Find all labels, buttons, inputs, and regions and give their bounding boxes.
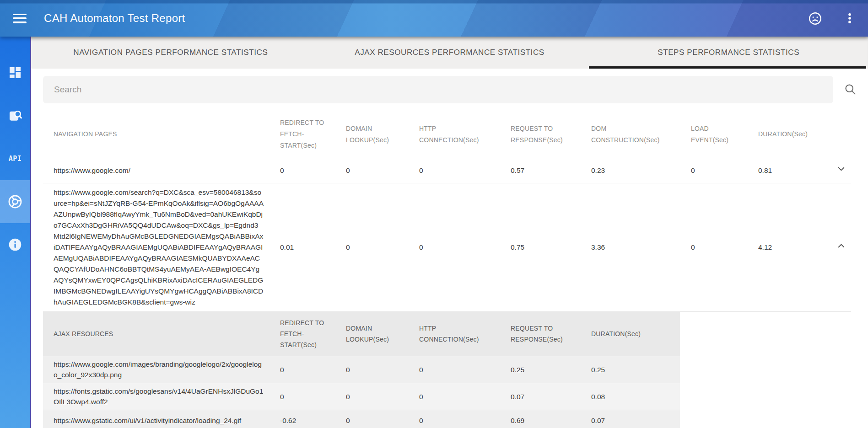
ajax-header-row: AJAX RESOURCES REDIRECT TO FETCH-START(S… — [43, 312, 680, 356]
cell-value: 0 — [409, 158, 500, 183]
cell-value: 0 — [270, 383, 335, 410]
search-section — [31, 69, 868, 111]
cell-value: 0 — [409, 183, 500, 312]
col-navigation-pages: NAVIGATION PAGES — [43, 111, 270, 158]
sidebar-item-info[interactable] — [0, 223, 30, 266]
dashboard-icon — [8, 65, 22, 80]
cell-value: 0 — [680, 158, 748, 183]
search-input[interactable] — [43, 76, 833, 103]
sad-face-icon[interactable] — [808, 11, 822, 26]
col-domain-lookup: DOMAIN LOOKUP(Sec) — [335, 111, 409, 158]
cell-value: 0.25 — [500, 356, 581, 383]
cell-value: 0 — [409, 356, 500, 383]
chevron-up-icon — [836, 241, 846, 251]
cell-value: 0 — [335, 383, 409, 410]
ajax-resources-table: AJAX RESOURCES REDIRECT TO FETCH-START(S… — [43, 312, 680, 428]
cell-value: 0.08 — [581, 383, 680, 410]
col-request-to-response: REQUEST TO RESPONSE(Sec) — [500, 111, 581, 158]
top-app-bar: CAH Automaton Test Report — [0, 0, 868, 37]
col-http-connection: HTTP CONNECTION(Sec) — [409, 312, 500, 356]
chrome-icon — [7, 194, 23, 209]
kebab-menu-icon[interactable] — [843, 12, 856, 25]
table-row: https://www.google.com/ 0 0 0 0.57 0.23 … — [43, 158, 851, 183]
cell-value: 0.75 — [500, 183, 581, 312]
cell-value: 0 — [409, 410, 500, 428]
resource-url: https://www.google.com/images/branding/g… — [43, 356, 270, 383]
page-url: https://www.google.com/search?q=DXC&sca_… — [43, 183, 270, 312]
cell-value: 0 — [409, 383, 500, 410]
sidebar: API — [0, 37, 31, 428]
cell-value: -0.62 — [270, 410, 335, 428]
col-http-connection: HTTP CONNECTION(Sec) — [409, 111, 500, 158]
cell-value: 0 — [335, 410, 409, 428]
expand-row-button[interactable] — [819, 158, 851, 183]
col-duration: DURATION(Sec) — [581, 312, 680, 356]
cell-value: 0 — [335, 183, 409, 312]
cell-value: 0 — [335, 356, 409, 383]
resource-url: https://www.gstatic.com/ui/v1/activityin… — [43, 410, 270, 428]
col-domain-lookup: DOMAIN LOOKUP(Sec) — [335, 312, 409, 356]
cell-value: 4.12 — [748, 183, 819, 312]
col-load-event: LOAD EVENT(Sec) — [680, 111, 748, 158]
cell-value: 0.57 — [500, 158, 581, 183]
sidebar-item-dashboard[interactable] — [0, 51, 30, 94]
tab-navigation-pages[interactable]: NAVIGATION PAGES PERFORMANCE STATISTICS — [31, 37, 310, 69]
info-icon — [8, 237, 22, 252]
hamburger-menu-icon[interactable] — [13, 14, 27, 23]
cell-value: 0.07 — [500, 383, 581, 410]
app-window: CAH Automaton Test Report — [0, 0, 868, 428]
cell-value: 0.07 — [581, 410, 680, 428]
navigation-pages-table: NAVIGATION PAGES REDIRECT TO FETCH-START… — [43, 111, 851, 312]
col-dom-construction: DOM CONSTRUCTION(Sec) — [581, 111, 680, 158]
cell-value: 0 — [270, 158, 335, 183]
sidebar-item-chrome[interactable] — [0, 180, 30, 223]
cell-value: 0.81 — [748, 158, 819, 183]
main-content: NAVIGATION PAGES PERFORMANCE STATISTICS … — [31, 37, 868, 428]
col-redirect-to-fetch-start: REDIRECT TO FETCH-START(Sec) — [270, 111, 335, 158]
col-redirect-to-fetch-start: REDIRECT TO FETCH-START(Sec) — [270, 312, 335, 356]
cell-value: 0 — [680, 183, 748, 312]
ajax-row: https://www.google.com/images/branding/g… — [43, 356, 680, 383]
page-url: https://www.google.com/ — [43, 158, 270, 183]
col-ajax-resources: AJAX RESOURCES — [43, 312, 270, 356]
table-row-expanded: https://www.google.com/search?q=DXC&sca_… — [43, 183, 851, 312]
cell-value: 0.23 — [581, 158, 680, 183]
cell-value: 0.01 — [270, 183, 335, 312]
cell-value: 0.69 — [500, 410, 581, 428]
cell-value: 0 — [270, 356, 335, 383]
tab-ajax-resources[interactable]: AJAX RESOURCES PERFORMANCE STATISTICS — [310, 37, 589, 69]
sidebar-item-file-search[interactable] — [0, 94, 30, 137]
cell-value: 3.36 — [581, 183, 680, 312]
table-area: NAVIGATION PAGES REDIRECT TO FETCH-START… — [31, 111, 868, 428]
table-header-row: NAVIGATION PAGES REDIRECT TO FETCH-START… — [43, 111, 851, 158]
api-icon: API — [9, 155, 22, 163]
tab-bar: NAVIGATION PAGES PERFORMANCE STATISTICS … — [31, 37, 868, 69]
ajax-row: https://fonts.gstatic.com/s/googlesans/v… — [43, 383, 680, 410]
app-title: CAH Automaton Test Report — [44, 12, 185, 25]
cell-value: 0 — [335, 158, 409, 183]
search-icon[interactable] — [844, 83, 857, 97]
ajax-row: https://www.gstatic.com/ui/v1/activityin… — [43, 410, 680, 428]
col-duration: DURATION(Sec) — [748, 111, 819, 158]
file-search-icon — [7, 108, 23, 123]
resource-url: https://fonts.gstatic.com/s/googlesans/v… — [43, 383, 270, 410]
tab-steps-performance[interactable]: STEPS PERFORMANCE STATISTICS — [589, 37, 868, 69]
col-request-to-response: REQUEST TO RESPONSE(Sec) — [500, 312, 581, 356]
collapse-row-button[interactable] — [819, 183, 851, 312]
chevron-down-icon — [836, 164, 846, 174]
cell-value: 0.25 — [581, 356, 680, 383]
sidebar-item-api[interactable]: API — [0, 137, 30, 180]
